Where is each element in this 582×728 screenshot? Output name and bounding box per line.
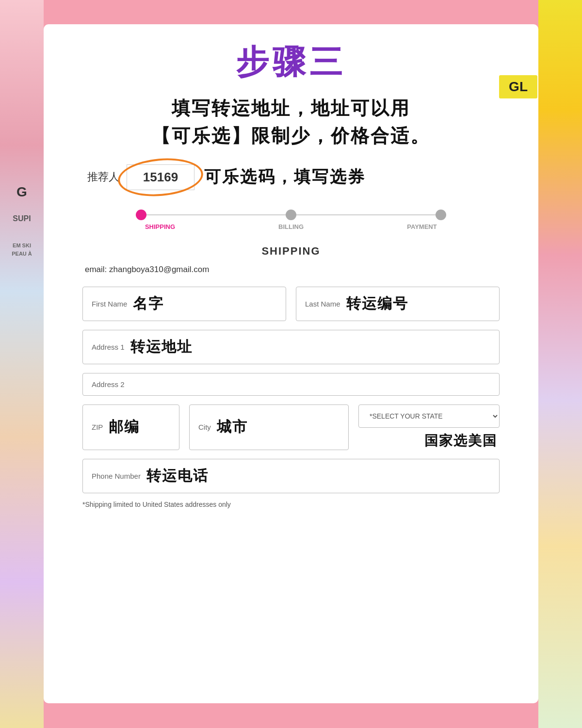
referral-label: 推荐人 bbox=[87, 170, 119, 184]
phone-field[interactable]: Phone Number 转运电话 bbox=[82, 459, 500, 493]
zip-city-row: ZIP 邮编 City 城市 *SELECT YOUR STATE Alabam… bbox=[82, 404, 500, 450]
progress-section: SHIPPING BILLING PAYMENT bbox=[82, 210, 500, 230]
state-select[interactable]: *SELECT YOUR STATE Alabama Alaska Arizon… bbox=[358, 404, 500, 428]
progress-dot-payment[interactable] bbox=[436, 210, 446, 220]
phone-value: 转运电话 bbox=[146, 466, 209, 486]
progress-labels: SHIPPING BILLING PAYMENT bbox=[136, 223, 446, 230]
city-field[interactable]: City 城市 bbox=[189, 404, 349, 450]
zip-label: ZIP bbox=[92, 423, 103, 431]
side-label-em: EM SKI bbox=[13, 243, 31, 248]
bg-right bbox=[538, 0, 582, 728]
last-name-value: 转运编号 bbox=[346, 294, 408, 314]
city-value: 城市 bbox=[217, 417, 248, 437]
instruction-line2: 【可乐选】限制少，价格合适。 bbox=[82, 122, 500, 150]
referral-row: 推荐人 15169 可乐选码，填写选券 bbox=[82, 164, 500, 190]
phone-label: Phone Number bbox=[92, 472, 141, 480]
first-name-value: 名字 bbox=[133, 294, 164, 314]
side-label-peau: PEAU À bbox=[12, 251, 32, 257]
address2-row: Address 2 bbox=[82, 373, 500, 396]
disclaimer: *Shipping limited to United States addre… bbox=[82, 501, 500, 508]
progress-dot-shipping[interactable] bbox=[136, 210, 146, 220]
progress-label-payment: PAYMENT bbox=[398, 223, 446, 230]
first-name-field[interactable]: First Name 名字 bbox=[82, 287, 286, 321]
first-name-label: First Name bbox=[92, 300, 127, 308]
address1-value: 转运地址 bbox=[130, 337, 193, 357]
gl-badge: GL bbox=[499, 75, 537, 98]
main-card: 步骤三 填写转运地址，地址可以用 【可乐选】限制少，价格合适。 推荐人 1516… bbox=[44, 24, 538, 703]
instruction-line1: 填写转运地址，地址可以用 bbox=[82, 95, 500, 122]
zip-value: 邮编 bbox=[109, 417, 140, 437]
side-text-left: G SUPI EM SKI PEAU À bbox=[0, 184, 44, 257]
last-name-label: Last Name bbox=[305, 300, 340, 308]
email-line: email: zhangboya310@gmail.com bbox=[82, 265, 500, 275]
side-label-supi: SUPI bbox=[13, 214, 31, 223]
bg-left bbox=[0, 0, 44, 728]
step-title: 步骤三 bbox=[82, 44, 500, 80]
progress-label-shipping: SHIPPING bbox=[136, 223, 184, 230]
zip-field[interactable]: ZIP 邮编 bbox=[82, 404, 179, 450]
address1-label: Address 1 bbox=[92, 343, 125, 351]
progress-bar-row bbox=[136, 210, 446, 220]
progress-label-billing: BILLING bbox=[267, 223, 315, 230]
email-value: zhangboya310@gmail.com bbox=[109, 265, 209, 274]
address1-field[interactable]: Address 1 转运地址 bbox=[82, 330, 500, 364]
instruction-text: 填写转运地址，地址可以用 【可乐选】限制少，价格合适。 bbox=[82, 95, 500, 150]
address1-row: Address 1 转运地址 bbox=[82, 330, 500, 364]
state-select-wrapper: *SELECT YOUR STATE Alabama Alaska Arizon… bbox=[358, 404, 500, 450]
referral-box-wrapper: 15169 bbox=[127, 164, 194, 190]
country-note: 国家选美国 bbox=[358, 432, 500, 450]
email-label: email: bbox=[85, 265, 107, 274]
address2-field[interactable]: Address 2 bbox=[82, 373, 500, 396]
phone-row: Phone Number 转运电话 bbox=[82, 459, 500, 493]
shipping-heading: SHIPPING bbox=[82, 245, 500, 258]
referral-desc: 可乐选码，填写选券 bbox=[204, 166, 366, 188]
progress-dot-billing[interactable] bbox=[286, 210, 296, 220]
referral-code-box: 15169 bbox=[127, 164, 194, 190]
name-row: First Name 名字 Last Name 转运编号 bbox=[82, 287, 500, 321]
city-label: City bbox=[198, 423, 211, 431]
side-label-g: G bbox=[16, 184, 27, 200]
address2-label: Address 2 bbox=[92, 380, 125, 388]
last-name-field[interactable]: Last Name 转运编号 bbox=[296, 287, 500, 321]
